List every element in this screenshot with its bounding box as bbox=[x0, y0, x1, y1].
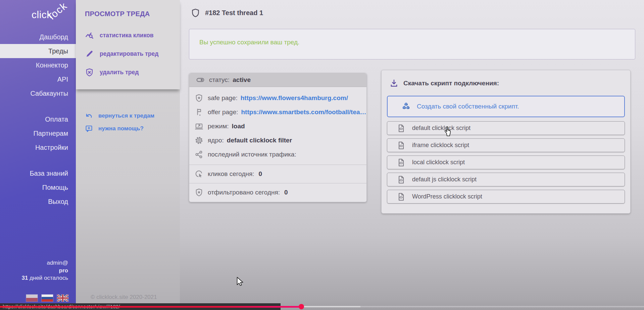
main-content: #182 Test thread 1 Вы успешно сохранили … bbox=[180, 0, 644, 303]
create-own-script-label: Создать свой собственный скрипт. bbox=[417, 103, 519, 110]
script-buttons-list: default clicklock script iframe clickloc… bbox=[387, 121, 625, 207]
scripts-card-title: Скачать скрипт подключения: bbox=[403, 80, 499, 87]
uk-flag-icon[interactable] bbox=[57, 295, 68, 302]
sidebar-item-help[interactable]: Помощь bbox=[0, 180, 76, 194]
filtered-today-value: 0 bbox=[284, 189, 288, 196]
copyright-text: © clicklock.site 2020-2021 bbox=[91, 294, 157, 301]
sidebar-item-threads[interactable]: Треды bbox=[0, 44, 76, 58]
sidebar-item-knowledge-base[interactable]: База знаний bbox=[0, 166, 76, 180]
shield-x-icon bbox=[85, 68, 94, 77]
shield-star-icon bbox=[195, 94, 203, 102]
action-label: редактировать тред bbox=[100, 50, 158, 57]
file-code-icon bbox=[397, 124, 405, 133]
russia-flag-icon[interactable] bbox=[42, 295, 53, 302]
toggle-icon bbox=[196, 76, 205, 84]
video-progress-track[interactable] bbox=[360, 306, 644, 307]
shield-icon bbox=[191, 8, 200, 18]
offer-page-link[interactable]: https://www.smartbets.com/football/tea… bbox=[241, 108, 366, 116]
file-code-icon bbox=[397, 141, 405, 150]
link-need-help[interactable]: нужна помощь? bbox=[85, 122, 154, 135]
script-button-label: default js clicklock script bbox=[412, 176, 477, 183]
shield-star-icon bbox=[195, 188, 203, 197]
success-alert: Вы успешно сохранили ваш тред. bbox=[189, 29, 635, 59]
launch-screen-icon bbox=[195, 122, 203, 131]
script-button-label: local clicklock script bbox=[412, 159, 465, 166]
thread-submenu: ПРОСМОТР ТРЕДА статистика кликов редакти… bbox=[76, 0, 180, 303]
cubes-icon bbox=[401, 101, 411, 112]
status-header-row: статус: active bbox=[189, 73, 366, 87]
stats-search-icon bbox=[85, 31, 94, 40]
default-script-button[interactable]: default clicklock script bbox=[387, 121, 625, 135]
script-button-label: WordPress clicklock script bbox=[412, 193, 482, 200]
link-label: вернуться к тредам bbox=[98, 113, 154, 119]
action-edit-thread[interactable]: редактировать тред bbox=[76, 45, 180, 63]
account-plan: pro bbox=[21, 267, 68, 275]
video-progress-handle[interactable] bbox=[299, 304, 304, 309]
row-offer-page: offer page: https://www.smartbets.com/fo… bbox=[189, 105, 366, 119]
link-label: нужна помощь? bbox=[98, 125, 144, 132]
sidebar-nav: Дашборд Треды Коннектор API Сабакаунты О… bbox=[0, 30, 76, 209]
row-filtered-today: отфильтровано сегодня: 0 bbox=[189, 183, 366, 202]
main-sidebar: click lock Дашборд Треды Коннектор API С… bbox=[0, 0, 76, 303]
account-days-left: 31 дней осталось bbox=[21, 274, 68, 282]
thread-submenu-panel: ПРОСМОТР ТРЕДА статистика кликов редакти… bbox=[76, 0, 180, 89]
sidebar-item-settings[interactable]: Настройки bbox=[0, 140, 76, 154]
video-progress-buffered[interactable] bbox=[301, 306, 360, 307]
row-last-traffic-source: последний источник трафика: bbox=[189, 147, 366, 162]
sidebar-item-logout[interactable]: Выход bbox=[0, 194, 76, 209]
sidebar-item-api[interactable]: API bbox=[0, 72, 76, 86]
row-mode: режим: load bbox=[189, 119, 366, 133]
download-icon bbox=[390, 79, 398, 88]
help-comment-icon bbox=[85, 125, 93, 133]
safe-page-link[interactable]: https://www.flowers4hamburg.com/ bbox=[241, 94, 348, 102]
stat-label: отфильтровано сегодня: bbox=[208, 189, 280, 196]
click-icon bbox=[195, 170, 203, 178]
clicklock-logo: click lock bbox=[0, 0, 76, 30]
create-own-script-button[interactable]: Создать свой собственный скрипт. bbox=[387, 96, 625, 117]
undo-icon bbox=[85, 112, 93, 120]
scripts-card-header: Скачать скрипт подключения: bbox=[390, 79, 499, 88]
submenu-actions: статистика кликов редактировать тред уда… bbox=[76, 26, 180, 82]
page-title: #182 Test thread 1 bbox=[205, 9, 263, 17]
row-label: ядро: bbox=[208, 137, 224, 144]
nav-spacer bbox=[0, 154, 76, 166]
account-email: admin@ bbox=[21, 259, 68, 267]
row-label: offer page: bbox=[208, 108, 238, 116]
sidebar-item-partners[interactable]: Партнерам bbox=[0, 126, 76, 140]
status-label: статус: bbox=[209, 76, 230, 84]
flag-icon bbox=[195, 108, 203, 117]
nav-spacer bbox=[0, 100, 76, 112]
file-code-icon bbox=[397, 192, 405, 201]
sidebar-item-subaccounts[interactable]: Сабакаунты bbox=[0, 86, 76, 100]
days-left-text: дней осталось bbox=[28, 275, 68, 281]
account-info: admin@ pro 31 дней осталось bbox=[21, 259, 68, 282]
file-code-icon bbox=[397, 158, 405, 167]
script-button-label: iframe clicklock script bbox=[412, 142, 469, 149]
thread-header: #182 Test thread 1 bbox=[191, 8, 263, 18]
pencil-icon bbox=[85, 49, 94, 58]
iframe-script-button[interactable]: iframe clicklock script bbox=[387, 138, 625, 152]
wordpress-script-button[interactable]: WordPress clicklock script bbox=[387, 190, 625, 204]
row-clicks-today: кликов сегодня: 0 bbox=[189, 165, 366, 183]
share-icon bbox=[195, 150, 203, 159]
action-delete-thread[interactable]: удалить тред bbox=[76, 63, 180, 82]
action-label: статистика кликов bbox=[100, 32, 154, 39]
status-value: active bbox=[233, 76, 251, 84]
sidebar-item-connector[interactable]: Коннектор bbox=[0, 58, 76, 72]
sidebar-item-payment[interactable]: Оплата bbox=[0, 112, 76, 126]
default-js-script-button[interactable]: default js clicklock script bbox=[387, 173, 625, 186]
thread-status-card: статус: active safe page: https://www.fl… bbox=[189, 73, 367, 202]
poland-flag-icon[interactable] bbox=[26, 295, 38, 302]
action-label: удалить тред bbox=[100, 69, 139, 76]
sidebar-item-dashboard[interactable]: Дашборд bbox=[0, 30, 76, 44]
local-script-button[interactable]: local clicklock script bbox=[387, 156, 625, 169]
video-progress-filled[interactable] bbox=[0, 306, 301, 308]
days-left-number: 31 bbox=[21, 275, 28, 281]
row-core: ядро: default clicklock filter bbox=[189, 133, 366, 147]
action-click-statistics[interactable]: статистика кликов bbox=[76, 26, 180, 45]
file-code-icon bbox=[397, 175, 405, 184]
gear-icon bbox=[195, 136, 203, 145]
link-back-to-threads[interactable]: вернуться к тредам bbox=[85, 109, 154, 122]
submenu-links: вернуться к тредам нужна помощь? bbox=[85, 109, 154, 135]
row-safe-page: safe page: https://www.flowers4hamburg.c… bbox=[189, 91, 366, 105]
